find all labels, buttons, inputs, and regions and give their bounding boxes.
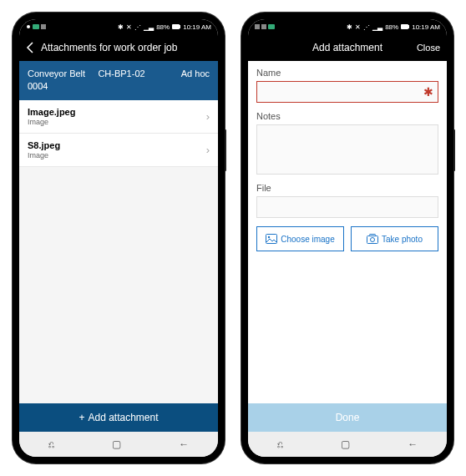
svg-rect-2 — [41, 24, 46, 29]
app-bar-left: Attachments for work order job — [19, 34, 218, 61]
svg-rect-8 — [401, 24, 408, 29]
work-order-banner: Conveyor Belt CH-BP1-02 0004 Ad hoc — [19, 61, 218, 100]
back-icon[interactable] — [26, 42, 34, 53]
recents-icon[interactable]: ⎌ — [48, 438, 54, 450]
page-title: Attachments for work order job — [41, 42, 177, 53]
file-field[interactable] — [256, 196, 438, 218]
name-field[interactable] — [256, 81, 438, 103]
done-button[interactable]: Done — [248, 403, 447, 432]
chevron-right-icon: › — [206, 110, 210, 123]
home-icon[interactable]: ▢ — [112, 438, 121, 450]
svg-rect-5 — [255, 24, 260, 29]
camera-icon — [367, 234, 378, 244]
add-label: Add attachment — [88, 412, 158, 423]
clock: 10:19 AM — [183, 23, 211, 31]
choose-image-button[interactable]: Choose image — [256, 226, 344, 251]
page-title: Add attachment — [312, 42, 382, 53]
wifi-icon: ⋰ — [134, 23, 141, 31]
svg-rect-13 — [370, 235, 375, 236]
mute-icon: ✕ — [355, 23, 361, 31]
screen-left: ✱ ✕ ⋰ ▁▃ 88% 10:19 AM Attachments for wo… — [19, 19, 218, 457]
list-item[interactable]: S8.jpeg Image › — [19, 134, 218, 167]
battery-pct: 88% — [156, 23, 170, 31]
item-title: S8.jpeg — [28, 140, 60, 150]
notes-field[interactable] — [256, 124, 438, 175]
add-attachment-form: Name ✱ Notes File — [248, 61, 447, 403]
done-label: Done — [336, 412, 360, 423]
app-bar-right: Add attachment Close — [248, 34, 447, 61]
required-icon: ✱ — [423, 85, 433, 99]
signal-icon: ▁▃ — [144, 23, 154, 31]
clock: 10:19 AM — [412, 23, 440, 31]
bt-icon: ✱ — [347, 23, 352, 31]
image-icon — [266, 234, 277, 244]
name-label: Name — [256, 68, 438, 78]
status-left — [255, 24, 275, 29]
phone-right: ✱ ✕ ⋰ ▁▃ 88% 10:19 AM Add attachment Clo… — [241, 13, 453, 463]
take-photo-button[interactable]: Take photo — [351, 226, 438, 251]
chevron-right-icon: › — [206, 144, 210, 156]
svg-rect-4 — [180, 25, 180, 28]
add-attachment-button[interactable]: + Add attachment — [19, 403, 218, 432]
svg-point-0 — [27, 25, 30, 28]
back-nav-icon[interactable]: ← — [179, 438, 189, 450]
item-sub: Image — [28, 118, 75, 126]
svg-rect-3 — [172, 24, 180, 29]
banner-type: Ad hoc — [181, 68, 210, 94]
banner-id: 0004 — [28, 80, 145, 93]
status-bar: ✱ ✕ ⋰ ▁▃ 88% 10:19 AM — [248, 19, 447, 34]
svg-rect-12 — [367, 236, 378, 244]
item-sub: Image — [28, 151, 60, 160]
mute-icon: ✕ — [126, 23, 132, 31]
phone-left: ✱ ✕ ⋰ ▁▃ 88% 10:19 AM Attachments for wo… — [13, 13, 225, 463]
home-icon[interactable]: ▢ — [341, 438, 350, 450]
svg-rect-9 — [408, 25, 409, 28]
status-right: ✱ ✕ ⋰ ▁▃ 88% 10:19 AM — [347, 23, 440, 31]
status-left — [26, 24, 46, 29]
list-item[interactable]: Image.jpeg Image › — [19, 100, 218, 134]
bt-icon: ✱ — [118, 23, 124, 31]
battery-icon — [401, 24, 409, 29]
android-nav: ⎌ ▢ ← — [248, 432, 447, 457]
svg-rect-6 — [261, 24, 266, 29]
back-nav-icon[interactable]: ← — [408, 438, 418, 450]
svg-rect-7 — [268, 24, 275, 29]
svg-rect-10 — [266, 235, 277, 244]
item-title: Image.jpeg — [28, 107, 75, 117]
take-photo-label: Take photo — [382, 235, 423, 244]
battery-icon — [172, 24, 180, 29]
wifi-icon: ⋰ — [363, 23, 370, 31]
svg-rect-1 — [33, 24, 39, 29]
close-button[interactable]: Close — [417, 43, 440, 53]
screen-right: ✱ ✕ ⋰ ▁▃ 88% 10:19 AM Add attachment Clo… — [248, 19, 447, 457]
banner-code: CH-BP1-02 — [98, 68, 144, 78]
status-right: ✱ ✕ ⋰ ▁▃ 88% 10:19 AM — [118, 23, 211, 31]
file-label: File — [256, 183, 438, 193]
notes-label: Notes — [256, 111, 438, 121]
banner-asset: Conveyor Belt — [28, 68, 85, 78]
signal-icon: ▁▃ — [372, 23, 382, 31]
android-nav: ⎌ ▢ ← — [19, 432, 218, 457]
svg-point-14 — [371, 238, 375, 242]
choose-image-label: Choose image — [281, 235, 334, 244]
plus-icon: + — [79, 412, 84, 423]
battery-pct: 88% — [385, 23, 398, 31]
status-bar: ✱ ✕ ⋰ ▁▃ 88% 10:19 AM — [19, 19, 218, 34]
attachment-list: Image.jpeg Image › S8.jpeg Image › — [19, 100, 218, 403]
recents-icon[interactable]: ⎌ — [277, 438, 283, 450]
svg-point-11 — [268, 236, 270, 238]
